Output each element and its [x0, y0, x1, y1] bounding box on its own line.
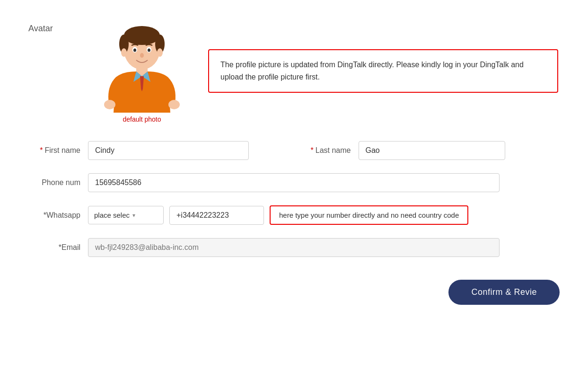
whatsapp-controls: place selec ▾ here type your number dire…: [88, 205, 560, 225]
svg-point-1: [124, 26, 160, 45]
first-name-group: *First name: [28, 141, 290, 160]
last-name-input[interactable]: [359, 141, 505, 160]
whatsapp-hint: here type your number directly and no ne…: [270, 205, 468, 225]
phone-input-wrap: [88, 173, 500, 192]
last-name-required-star: *: [311, 146, 314, 154]
confirm-button[interactable]: Confirm & Revie: [448, 280, 560, 305]
first-name-input[interactable]: [88, 141, 249, 160]
last-name-label: *Last name: [299, 146, 351, 155]
phone-label: Phone num: [28, 178, 80, 187]
avatar-illustration: [104, 20, 180, 113]
whatsapp-number-input[interactable]: [169, 206, 264, 225]
svg-point-8: [140, 53, 144, 58]
country-select[interactable]: place selec ▾: [88, 206, 164, 224]
email-input[interactable]: [88, 238, 500, 257]
email-row: *Email: [28, 238, 560, 257]
svg-point-9: [121, 48, 127, 57]
svg-point-6: [133, 48, 136, 52]
first-name-label: *First name: [28, 146, 80, 155]
whatsapp-row: *Whatsapp place selec ▾ here type your n…: [28, 205, 560, 225]
button-row: Confirm & Revie: [28, 280, 560, 305]
svg-point-10: [157, 48, 163, 57]
first-name-required-star: *: [40, 146, 43, 154]
phone-input[interactable]: [88, 173, 500, 192]
email-label: *Email: [28, 243, 80, 252]
default-photo-label: default photo: [123, 115, 161, 123]
name-row: *First name *Last name: [28, 141, 560, 160]
svg-point-12: [104, 100, 115, 109]
last-name-group: *Last name: [299, 141, 560, 160]
avatar-row: Avatar: [28, 19, 560, 123]
avatar-content: default photo: [104, 19, 180, 123]
avatar-label: Avatar: [28, 19, 85, 34]
chevron-down-icon: ▾: [132, 212, 135, 219]
svg-point-7: [148, 48, 150, 52]
country-select-label: place selec: [94, 211, 130, 219]
profile-form: Avatar: [28, 19, 560, 305]
whatsapp-label: *Whatsapp: [28, 211, 80, 220]
phone-row: Phone num: [28, 173, 560, 192]
avatar-notice: The profile picture is updated from Ding…: [208, 49, 558, 92]
email-input-wrap: [88, 238, 500, 257]
avatar-figure: [104, 19, 180, 114]
svg-point-13: [168, 100, 180, 109]
